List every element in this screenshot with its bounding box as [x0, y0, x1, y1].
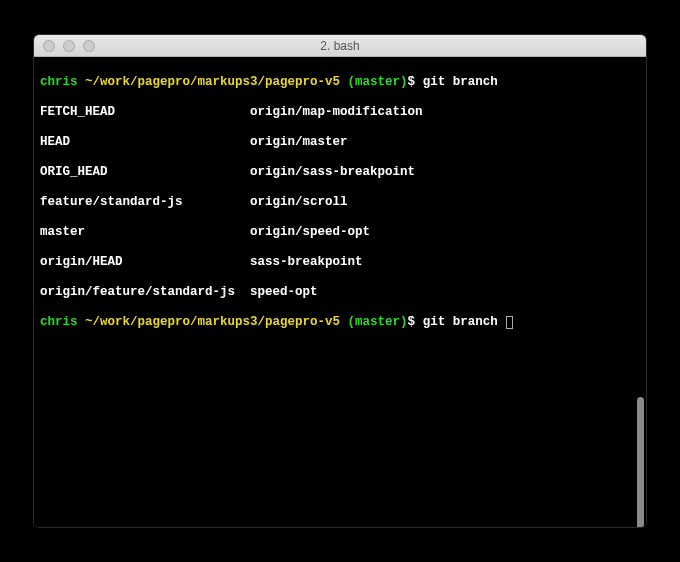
window-title: 2. bash [34, 39, 646, 53]
prompt-path: ~/work/pagepro/markups3/pagepro-v5 [85, 315, 340, 329]
scrollbar[interactable] [637, 397, 644, 527]
prompt-symbol: $ [408, 315, 416, 329]
branch-row: origin/HEADsass-breakpoint [40, 255, 640, 270]
titlebar[interactable]: 2. bash [34, 35, 646, 57]
branch-row: HEADorigin/master [40, 135, 640, 150]
prompt-user: chris [40, 315, 78, 329]
branch-item: origin/master [250, 135, 348, 150]
prompt-symbol: $ [408, 75, 416, 89]
branch-item: origin/HEAD [40, 255, 250, 270]
close-icon[interactable] [43, 40, 55, 52]
branch-item: feature/standard-js [40, 195, 250, 210]
minimize-icon[interactable] [63, 40, 75, 52]
cursor-icon [506, 316, 513, 329]
branch-item: speed-opt [250, 285, 318, 300]
traffic-lights [34, 40, 95, 52]
prompt-path: ~/work/pagepro/markups3/pagepro-v5 [85, 75, 340, 89]
branch-row: masterorigin/speed-opt [40, 225, 640, 240]
branch-item: origin/scroll [250, 195, 348, 210]
branch-item: origin/feature/standard-js [40, 285, 250, 300]
branch-item: sass-breakpoint [250, 255, 363, 270]
terminal-window: 2. bash chris ~/work/pagepro/markups3/pa… [33, 34, 647, 528]
branch-item: FETCH_HEAD [40, 105, 250, 120]
prompt-line-current: chris ~/work/pagepro/markups3/pagepro-v5… [40, 315, 640, 330]
branch-row: feature/standard-jsorigin/scroll [40, 195, 640, 210]
terminal-body[interactable]: chris ~/work/pagepro/markups3/pagepro-v5… [34, 57, 646, 527]
branch-row: origin/feature/standard-jsspeed-opt [40, 285, 640, 300]
prompt-branch: (master) [348, 315, 408, 329]
branch-item: ORIG_HEAD [40, 165, 250, 180]
prompt-branch: (master) [348, 75, 408, 89]
branch-row: FETCH_HEADorigin/map-modification [40, 105, 640, 120]
current-command: git branch [423, 315, 506, 329]
branch-item: origin/speed-opt [250, 225, 370, 240]
prompt-line: chris ~/work/pagepro/markups3/pagepro-v5… [40, 75, 640, 90]
branch-item: HEAD [40, 135, 250, 150]
branch-item: master [40, 225, 250, 240]
branch-item: origin/map-modification [250, 105, 423, 120]
command-text: git branch [423, 75, 498, 89]
zoom-icon[interactable] [83, 40, 95, 52]
branch-row: ORIG_HEADorigin/sass-breakpoint [40, 165, 640, 180]
prompt-user: chris [40, 75, 78, 89]
branch-item: origin/sass-breakpoint [250, 165, 415, 180]
